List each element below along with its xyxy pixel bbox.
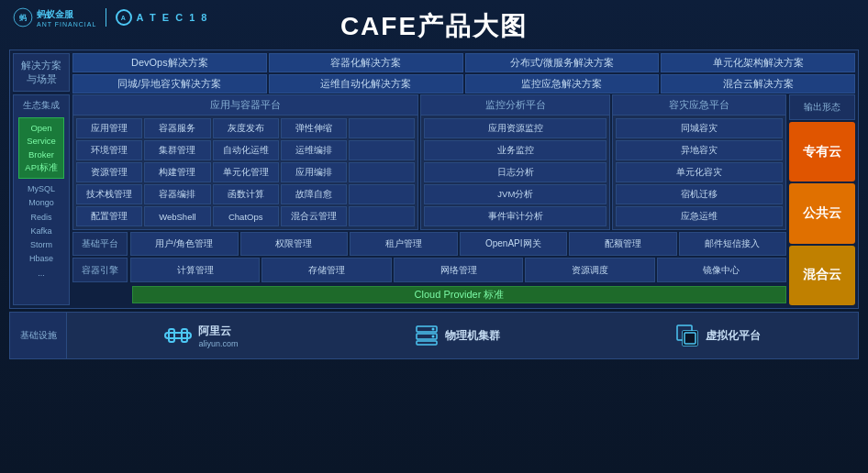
vm-name: 虚拟化平台 [706, 328, 761, 344]
solution-devops: DevOps解决方案 [72, 53, 267, 72]
cell-empty1 [349, 118, 415, 138]
solution-container: 容器化解决方案 [269, 53, 463, 72]
foundation-quota: 配额管理 [569, 232, 677, 256]
foundation-label: 基础平台 [72, 232, 128, 256]
foundation-mail: 邮件短信接入 [679, 232, 787, 256]
cell-unit-mgmt: 单元化管理 [213, 162, 279, 182]
platform-row: 应用与容器平台 应用管理 容器服务 灰度发布 弹性伸缩 环境管理 集群管理 自动… [72, 94, 786, 230]
aliyun-name: 阿里云 [198, 324, 238, 339]
ant-icon: 蚂 [13, 7, 33, 28]
container-network: 网络管理 [394, 258, 523, 281]
center-platforms: 应用与容器平台 应用管理 容器服务 灰度发布 弹性伸缩 环境管理 集群管理 自动… [72, 94, 786, 305]
disaster-platform: 容灾应急平台 同城容灾 异地容灾 单元化容灾 宿机迁移 应急运维 [612, 94, 786, 230]
atec-text: A T E C 1 8 [136, 12, 208, 23]
solution-monitor: 监控应急解决方案 [465, 74, 660, 94]
cell-env-mgmt: 环境管理 [76, 140, 142, 160]
cell-auto-ops: 自动化运维 [213, 140, 279, 160]
cell-config-mgmt: 配置管理 [76, 206, 142, 226]
monitor-jvm: JVM分析 [424, 184, 606, 204]
infrastructure-row: 基础设施 阿里云 aliyun.com [9, 312, 859, 359]
monitor-grid: 应用资源监控 业务监控 日志分析 JVM分析 事件审计分析 [421, 116, 609, 229]
svg-point-9 [431, 336, 434, 338]
svg-text:蚂: 蚂 [19, 14, 27, 22]
cell-func-compute: 函数计算 [213, 184, 279, 204]
physical-name: 物理机集群 [445, 328, 500, 344]
cloud-bar: Cloud Provider 标准 [132, 286, 786, 303]
solution-unit: 单元化架构解决方案 [661, 53, 855, 72]
monitor-event: 事件审计分析 [424, 206, 606, 226]
svg-rect-3 [169, 329, 174, 342]
app-platform-header: 应用与容器平台 [73, 95, 417, 116]
infra-vm: 虚拟化平台 [674, 323, 761, 348]
monitor-business: 业务监控 [424, 140, 606, 160]
atec-logo: A A T E C 1 8 [116, 9, 208, 26]
svg-rect-4 [182, 329, 187, 342]
open-service-box: OpenServiceBrokerAPI标准 [18, 117, 64, 179]
output-label: 输出形态 [789, 94, 855, 120]
cell-fault-heal: 故障自愈 [281, 184, 347, 204]
cell-resource-mgmt: 资源管理 [76, 162, 142, 182]
cell-ops-orchestrate: 运维编排 [281, 140, 347, 160]
container-scheduling: 资源调度 [525, 258, 654, 281]
output-public: 公共云 [789, 183, 855, 243]
cell-build-mgmt: 构建管理 [144, 162, 210, 182]
disaster-remote: 异地容灾 [616, 140, 783, 160]
cell-container-svc: 容器服务 [144, 118, 210, 138]
svg-rect-7 [417, 341, 437, 345]
ecosystem-sidebar: 生态集成 OpenServiceBrokerAPI标准 MySQLMongoRe… [13, 94, 70, 305]
app-platform: 应用与容器平台 应用管理 容器服务 灰度发布 弹性伸缩 环境管理 集群管理 自动… [72, 94, 418, 230]
foundation-tenant: 租户管理 [350, 232, 458, 256]
cell-app-mgmt: 应用管理 [76, 118, 142, 138]
disaster-grid: 同城容灾 异地容灾 单元化容灾 宿机迁移 应急运维 [613, 116, 785, 229]
cell-elastic: 弹性伸缩 [281, 118, 347, 138]
monitor-platform-header: 监控分析平台 [421, 95, 609, 116]
cell-cluster-mgmt: 集群管理 [144, 140, 210, 160]
cell-webshell: WebShell [144, 206, 210, 226]
cell-container-orch: 容器编排 [144, 184, 210, 204]
foundation-items: 用户/角色管理 权限管理 租户管理 OpenAPI网关 配额管理 邮件短信接入 [130, 232, 786, 256]
container-row: 容器引擎 计算管理 存储管理 网络管理 资源调度 镜像中心 [72, 258, 786, 281]
container-storage: 存储管理 [262, 258, 391, 281]
solution-disaster: 同城/异地容灾解决方案 [72, 74, 267, 94]
ant-logo-sub: ANT FINANCIAL [37, 21, 96, 28]
vm-icon [674, 323, 700, 348]
disaster-emergency-ops: 应急运维 [616, 206, 783, 226]
output-sidebar: 输出形态 专有云 公共云 混合云 [789, 94, 855, 305]
aliyun-icon [163, 325, 193, 346]
solutions-label: 解决方案与场景 [13, 53, 70, 92]
solution-ops: 运维自动化解决方案 [269, 74, 463, 94]
solutions-section: 解决方案与场景 DevOps解决方案 容器化解决方案 分布式/微服务解决方案 单… [13, 53, 855, 92]
physical-server-icon [414, 323, 440, 348]
foundation-openapi: OpenAPI网关 [460, 232, 568, 256]
disaster-same-city: 同城容灾 [616, 118, 783, 138]
output-hybrid: 混合云 [789, 246, 855, 305]
infra-items: 阿里云 aliyun.com 物理机集群 [67, 323, 858, 348]
foundation-permission: 权限管理 [240, 232, 349, 256]
foundation-row: 基础平台 用户/角色管理 权限管理 租户管理 OpenAPI网关 配额管理 邮件… [72, 232, 786, 256]
header-logos: 蚂 蚂蚁金服 ANT FINANCIAL A A T E C 1 8 [0, 0, 221, 35]
atec-circle: A [116, 9, 132, 26]
solutions-grid: DevOps解决方案 容器化解决方案 分布式/微服务解决方案 单元化架构解决方案… [72, 53, 855, 92]
infra-physical: 物理机集群 [414, 323, 500, 348]
main-content-row: 生态集成 OpenServiceBrokerAPI标准 MySQLMongoRe… [13, 94, 855, 305]
cell-gray-deploy: 灰度发布 [213, 118, 279, 138]
disaster-host-migrate: 宿机迁移 [616, 184, 783, 204]
cell-hybrid-cloud-mgmt: 混合云管理 [281, 206, 347, 226]
cell-empty4 [349, 184, 415, 204]
infra-label: 基础设施 [10, 313, 67, 358]
monitor-platform: 监控分析平台 应用资源监控 业务监控 日志分析 JVM分析 事件审计分析 [420, 94, 610, 230]
disaster-unit: 单元化容灾 [616, 162, 783, 182]
container-compute: 计算管理 [130, 258, 260, 281]
logo-divider [106, 8, 106, 27]
monitor-app-resource: 应用资源监控 [424, 118, 606, 138]
cell-chatops: ChatOps [213, 206, 279, 226]
disaster-platform-header: 容灾应急平台 [613, 95, 785, 116]
output-private: 专有云 [789, 122, 855, 182]
ecosystem-title: 生态集成 [23, 99, 60, 112]
monitor-log: 日志分析 [424, 162, 606, 182]
cell-stack-mgmt: 技术栈管理 [76, 184, 142, 204]
cell-empty3 [349, 162, 415, 182]
cell-empty5 [349, 206, 415, 226]
main-container: 蚂 蚂蚁金服 ANT FINANCIAL A A T E C 1 8 CAFE产… [0, 0, 868, 473]
ant-financial-logo: 蚂 蚂蚁金服 ANT FINANCIAL [13, 7, 96, 28]
